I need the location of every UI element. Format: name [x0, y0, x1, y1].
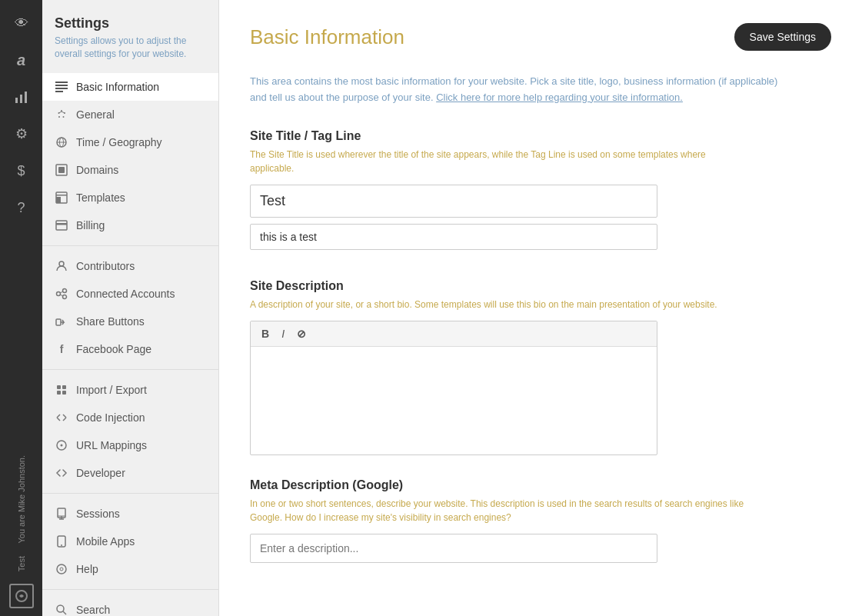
intro-text: This area contains the most basic inform… — [250, 74, 788, 106]
help-icon[interactable]: ? — [6, 192, 37, 223]
sidebar-label-general: General — [76, 108, 115, 121]
import-export-icon — [55, 383, 68, 397]
sidebar-label-code-injection: Code Injection — [76, 411, 145, 424]
sidebar-item-mobile-apps[interactable]: Mobile Apps — [42, 528, 218, 555]
meta-desc-heading: Meta Description (Google) — [250, 478, 831, 492]
svg-rect-0 — [15, 98, 18, 103]
search-nav-icon — [55, 603, 68, 616]
developer-icon — [55, 466, 68, 480]
sidebar-item-general[interactable]: General — [42, 101, 218, 128]
sidebar-item-basic-information[interactable]: Basic Information — [42, 73, 218, 101]
sidebar-item-contributors[interactable]: Contributors — [42, 252, 218, 280]
icon-bar: 👁 a ⚙ $ ? You are Mike Johnston. Test — [0, 0, 42, 616]
rich-editor: B I ⊘ — [250, 321, 657, 455]
site-description-heading: Site Description — [250, 279, 831, 293]
sidebar: Settings Settings allows you to adjust t… — [42, 0, 219, 616]
sidebar-label-url-mappings: URL Mappings — [76, 439, 147, 451]
svg-rect-2 — [25, 92, 27, 103]
sidebar-item-search[interactable]: Search — [42, 596, 218, 616]
sidebar-item-templates[interactable]: Templates — [42, 184, 218, 211]
sidebar-label-basic-information: Basic Information — [76, 81, 159, 93]
svg-point-32 — [61, 444, 63, 446]
svg-rect-14 — [58, 167, 65, 173]
svg-line-24 — [61, 291, 63, 293]
sidebar-label-import-export: Import / Export — [76, 384, 147, 396]
svg-rect-16 — [56, 195, 67, 196]
facebook-icon: f — [55, 342, 68, 356]
svg-rect-26 — [56, 319, 61, 325]
sidebar-label-mobile-apps: Mobile Apps — [76, 535, 135, 548]
code-injection-icon — [55, 411, 68, 425]
username-label: You are Mike Johnston. — [17, 455, 26, 544]
domains-icon — [55, 163, 68, 177]
connected-accounts-icon — [55, 287, 68, 301]
svg-rect-30 — [62, 391, 66, 395]
tag-line-input[interactable] — [250, 224, 657, 250]
svg-line-8 — [59, 112, 62, 113]
svg-line-25 — [61, 295, 63, 296]
site-label: Test — [17, 556, 26, 571]
svg-point-41 — [57, 605, 64, 612]
sidebar-label-developer: Developer — [76, 467, 125, 479]
intro-link[interactable]: Click here for more help regarding your … — [436, 92, 683, 103]
sidebar-label-contributors: Contributors — [76, 260, 135, 272]
gear-icon[interactable]: ⚙ — [6, 118, 37, 149]
svg-line-9 — [62, 112, 65, 113]
sidebar-label-share-buttons: Share Buttons — [76, 315, 145, 328]
sidebar-label-billing: Billing — [76, 219, 105, 231]
sidebar-item-share-buttons[interactable]: Share Buttons — [42, 308, 218, 335]
sidebar-label-sessions: Sessions — [76, 508, 120, 520]
dollar-icon[interactable]: $ — [6, 155, 37, 186]
contributors-icon — [55, 259, 68, 273]
svg-point-40 — [60, 568, 63, 571]
billing-icon — [55, 218, 68, 232]
sidebar-subtitle: Settings allows you to adjust the overal… — [42, 35, 218, 73]
svg-rect-5 — [55, 85, 68, 86]
sidebar-item-developer[interactable]: Developer — [42, 459, 218, 487]
sidebar-item-help[interactable]: Help — [42, 555, 218, 583]
sidebar-label-search: Search — [76, 604, 110, 616]
site-title-input[interactable] — [250, 185, 657, 218]
sidebar-title: Settings — [42, 15, 218, 35]
sidebar-item-domains[interactable]: Domains — [42, 156, 218, 184]
sidebar-item-code-injection[interactable]: Code Injection — [42, 404, 218, 431]
link-button[interactable]: ⊘ — [294, 326, 309, 341]
sidebar-label-time-geography: Time / Geography — [76, 136, 162, 148]
divider-1 — [42, 245, 218, 246]
svg-rect-1 — [20, 95, 22, 103]
italic-button[interactable]: I — [278, 326, 288, 341]
squarespace-logo[interactable] — [9, 584, 34, 608]
svg-rect-17 — [56, 197, 61, 203]
sidebar-label-facebook-page: Facebook Page — [76, 343, 151, 355]
meta-desc-input[interactable] — [250, 534, 657, 563]
sidebar-item-url-mappings[interactable]: URL Mappings — [42, 431, 218, 459]
sidebar-item-connected-accounts[interactable]: Connected Accounts — [42, 280, 218, 308]
help-nav-icon — [55, 562, 68, 576]
sidebar-label-connected-accounts: Connected Accounts — [76, 288, 175, 300]
general-icon — [55, 108, 68, 122]
meta-desc-desc: In one or two short sentences, describe … — [250, 497, 750, 524]
bold-button[interactable]: B — [258, 326, 272, 341]
sidebar-item-time-geography[interactable]: Time / Geography — [42, 128, 218, 156]
eye-icon[interactable]: 👁 — [6, 8, 37, 38]
divider-4 — [42, 589, 218, 590]
save-settings-button[interactable]: Save Settings — [734, 23, 831, 51]
url-mappings-icon — [55, 438, 68, 452]
site-title-section: Site Title / Tag Line The Site Title is … — [250, 129, 831, 256]
sidebar-item-sessions[interactable]: Sessions — [42, 500, 218, 528]
sidebar-label-domains: Domains — [76, 164, 118, 176]
globe-icon — [55, 135, 68, 149]
svg-rect-7 — [55, 91, 63, 92]
text-icon[interactable]: a — [6, 45, 37, 75]
svg-rect-18 — [56, 221, 67, 230]
sidebar-item-import-export[interactable]: Import / Export — [42, 376, 218, 404]
main-header: Basic Information Save Settings — [250, 23, 831, 51]
sidebar-item-billing[interactable]: Billing — [42, 211, 218, 239]
page-title: Basic Information — [250, 25, 404, 49]
editor-body[interactable] — [251, 347, 657, 455]
svg-point-39 — [57, 564, 66, 574]
svg-point-23 — [63, 295, 67, 298]
editor-toolbar: B I ⊘ — [251, 321, 657, 347]
sidebar-item-facebook-page[interactable]: f Facebook Page — [42, 335, 218, 363]
chart-icon[interactable] — [6, 82, 37, 112]
